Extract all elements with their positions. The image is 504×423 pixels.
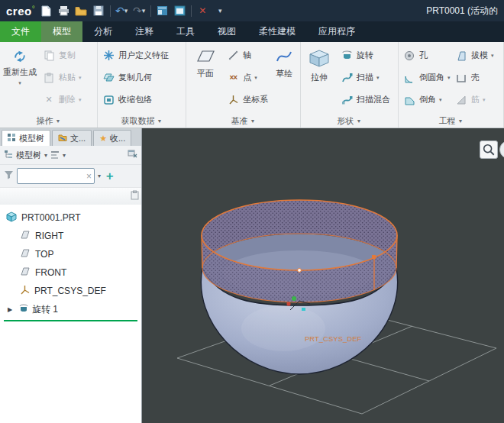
tab-annotate[interactable]: 注释 xyxy=(124,21,165,42)
caret-down-icon: ▼ xyxy=(357,118,362,124)
model-tree-panel: 模型树 文... ★ 收... 模型树 ▾ ▾ xyxy=(0,128,142,423)
redo-icon[interactable]: ↷▾ xyxy=(133,5,146,18)
caret-down-icon: ▾ xyxy=(124,8,128,15)
tab-view[interactable]: 视图 xyxy=(206,21,247,42)
close-window-icon[interactable]: ✕ xyxy=(196,5,209,18)
insert-here-indicator[interactable] xyxy=(4,320,137,321)
panel-tab-folder-browser[interactable]: 文... xyxy=(52,130,92,146)
csys-label[interactable]: PRT_CSYS_DEF xyxy=(305,334,361,343)
shell-icon xyxy=(454,73,468,83)
favorites-star-icon: ★ xyxy=(99,134,107,144)
ribbon-group-operations: 重新生成 ▾ 复制 粘贴 ▾ ✕ 删除 xyxy=(0,42,98,128)
tree-item-datum-top[interactable]: TOP xyxy=(0,245,141,263)
point-button[interactable]: ×× 点 ▾ xyxy=(224,66,268,89)
window-settings-icon[interactable] xyxy=(156,5,169,18)
caret-down-icon: ▾ xyxy=(447,75,451,81)
open-folder-icon[interactable] xyxy=(75,5,88,18)
tab-analysis[interactable]: 分析 xyxy=(82,21,124,42)
caret-down-icon[interactable]: ▾ xyxy=(44,152,47,159)
titlebar-separator xyxy=(110,5,111,17)
copy-geometry-icon xyxy=(102,73,115,82)
save-icon[interactable] xyxy=(92,5,105,18)
sketch-button[interactable]: 草绘 xyxy=(270,44,299,115)
panel-tab-bar: 模型树 文... ★ 收... xyxy=(0,128,141,146)
filter-funnel-icon xyxy=(4,170,14,182)
chamfer-button[interactable]: 倒角 ▾ xyxy=(400,89,451,111)
tab-model[interactable]: 模型 xyxy=(41,21,82,42)
print-icon[interactable] xyxy=(57,5,70,18)
tab-flexible-modeling[interactable]: 柔性建模 xyxy=(247,21,307,42)
axis-button[interactable]: 轴 xyxy=(224,44,268,66)
copy-button[interactable]: 复制 xyxy=(40,44,84,66)
tree-settings-icon[interactable] xyxy=(128,150,137,160)
draft-button[interactable]: 拔模 ▾ xyxy=(452,44,496,66)
rib-icon xyxy=(454,95,468,105)
regenerate-button[interactable]: 重新生成 ▾ xyxy=(2,44,38,115)
ribbon-tab-bar: 文件 模型 分析 注释 工具 视图 柔性建模 应用程序 xyxy=(0,21,504,42)
swept-blend-button[interactable]: 扫描混合 xyxy=(338,89,393,111)
csys-icon xyxy=(226,95,240,105)
point-icon: ×× xyxy=(226,73,240,82)
csys-button[interactable]: 坐标系 xyxy=(224,89,268,111)
tree-item-csys[interactable]: PRT_CSYS_DEF xyxy=(0,282,141,300)
hole-button[interactable]: 孔 xyxy=(400,44,451,66)
caret-down-icon: ▼ xyxy=(157,118,163,124)
edge-anchor-point[interactable] xyxy=(298,269,302,273)
rib-button[interactable]: 筋 ▾ xyxy=(452,89,496,111)
filter-dropdown-caret-icon[interactable]: ▾ xyxy=(98,173,101,179)
titlebar-separator xyxy=(191,5,192,17)
panel-tab-model-tree[interactable]: 模型树 xyxy=(2,130,50,146)
search-tool-button[interactable] xyxy=(480,140,498,159)
caret-down-icon: ▼ xyxy=(56,118,61,124)
tree-item-part-root[interactable]: PRT0001.PRT xyxy=(0,208,141,227)
group-label-get-data[interactable]: 获取数据▼ xyxy=(98,115,186,128)
model-tree-filter-row: × ▾ ＋ xyxy=(0,165,141,188)
paste-button[interactable]: 粘贴 ▾ xyxy=(40,66,84,89)
shrinkwrap-button[interactable]: 收缩包络 xyxy=(99,89,184,111)
shell-button[interactable]: 壳 xyxy=(452,66,496,89)
revolve-feature-icon xyxy=(18,303,29,316)
tree-item-datum-right[interactable]: RIGHT xyxy=(0,227,141,245)
round-button[interactable]: 倒圆角 ▾ xyxy=(400,66,451,89)
revolve-button[interactable]: 旋转 xyxy=(338,44,393,66)
copy-geometry-button[interactable]: 复制几何 xyxy=(99,66,184,89)
model-tree-toolbar: 模型树 ▾ ▾ xyxy=(0,146,141,165)
copy-icon xyxy=(42,50,56,61)
sweep-button[interactable]: 扫描 ▾ xyxy=(338,66,393,89)
extrude-button[interactable]: 拉伸 xyxy=(302,44,336,115)
undo-icon[interactable]: ↶▾ xyxy=(115,5,128,18)
new-file-icon[interactable] xyxy=(40,5,53,18)
udf-button[interactable]: 用户定义特征 xyxy=(99,44,184,66)
creo-logo: creo° xyxy=(6,5,35,18)
round-icon xyxy=(402,73,416,83)
graphics-viewport[interactable]: PRT_CSYS_DEF xyxy=(142,128,504,423)
group-label-shapes[interactable]: 形状▼ xyxy=(301,115,398,128)
paste-icon xyxy=(42,73,56,83)
expander-icon[interactable]: ▶ xyxy=(8,306,15,313)
hole-icon xyxy=(402,50,416,61)
model-tree-filter-input[interactable] xyxy=(20,172,86,181)
delete-button[interactable]: ✕ 删除 ▾ xyxy=(40,89,84,111)
tab-applications[interactable]: 应用程序 xyxy=(307,21,367,42)
tree-item-revolve-1[interactable]: ▶ 旋转 1 xyxy=(0,300,141,318)
tab-file[interactable]: 文件 xyxy=(0,21,41,42)
datum-plane-icon xyxy=(20,248,31,260)
add-filter-icon[interactable]: ＋ xyxy=(104,169,115,183)
group-label-operations[interactable]: 操作▼ xyxy=(0,115,97,128)
panel-tab-favorites[interactable]: ★ 收... xyxy=(93,130,131,146)
caret-down-icon[interactable]: ▾ xyxy=(63,152,66,159)
window-manager-icon[interactable] xyxy=(173,5,186,18)
tab-tools[interactable]: 工具 xyxy=(165,21,206,42)
group-label-datum[interactable]: 基准▼ xyxy=(186,115,300,128)
tree-filters-icon[interactable] xyxy=(50,150,60,160)
clipboard-icon[interactable] xyxy=(131,190,139,202)
group-label-engineering[interactable]: 工程▼ xyxy=(399,115,503,128)
clear-filter-icon[interactable]: × xyxy=(86,171,92,182)
filter-input-box: × xyxy=(17,168,95,184)
tree-item-datum-front[interactable]: FRONT xyxy=(0,263,141,282)
plane-button[interactable]: 平面 xyxy=(188,44,222,115)
caret-down-icon: ▼ xyxy=(250,118,256,124)
caret-down-icon: ▾ xyxy=(491,53,494,59)
titlebar-menu-caret-icon[interactable]: ▾ xyxy=(214,5,227,18)
drag-handle[interactable] xyxy=(372,255,376,259)
